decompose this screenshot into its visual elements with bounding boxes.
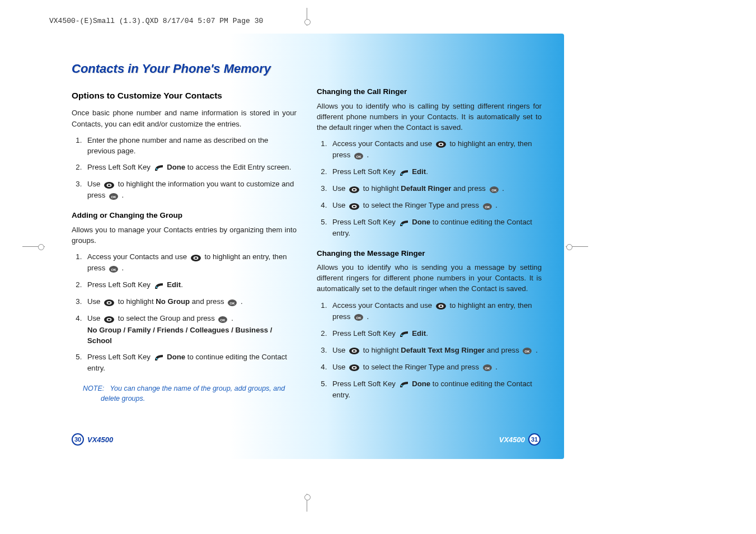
ok-key-icon: OK xyxy=(109,263,119,274)
svg-point-22 xyxy=(156,358,157,360)
svg-point-8 xyxy=(194,257,197,259)
svg-text:OK: OK xyxy=(525,350,530,353)
left-column: Options to Customize Your Contacts Once … xyxy=(72,86,297,406)
svg-text:OK: OK xyxy=(356,154,361,158)
list-item: Use to select the Group and press OK .No… xyxy=(84,313,297,345)
msg-ringer-intro: Allows you to identify who is sending yo… xyxy=(317,262,542,294)
ok-key-icon: OK xyxy=(354,312,364,322)
list-item: Press Left Soft Key Done to continue edi… xyxy=(84,352,297,373)
ok-key-icon: OK xyxy=(489,184,499,194)
svg-point-42 xyxy=(439,305,442,307)
page-footer: 30 VX4500 VX4500 31 xyxy=(72,433,541,446)
svg-point-48 xyxy=(353,350,356,352)
steps-list-group: Access your Contacts and use to highligh… xyxy=(72,251,297,373)
subheading-msg-ringer: Changing the Message Ringer xyxy=(317,248,542,259)
subheading-group: Adding or Changing the Group xyxy=(72,210,297,221)
list-item: Use to select the Ringer Type and press … xyxy=(329,362,542,373)
nav-key-icon xyxy=(104,297,115,307)
steps-list-options: Enter the phone number and name as descr… xyxy=(72,135,297,202)
svg-text:OK: OK xyxy=(356,316,361,320)
list-item: Enter the phone number and name as descr… xyxy=(84,135,297,156)
left-soft-key-icon xyxy=(399,167,409,177)
left-soft-key-icon xyxy=(399,379,409,390)
list-item: Press Left Soft Key Edit. xyxy=(84,279,297,291)
svg-point-28 xyxy=(401,173,402,175)
svg-point-14 xyxy=(108,302,111,303)
left-soft-key-icon xyxy=(399,329,409,339)
steps-list-msg-ringer: Access your Contacts and use to highligh… xyxy=(317,300,542,401)
crop-mark-top-icon xyxy=(307,8,307,26)
ok-key-icon: OK xyxy=(482,200,492,211)
svg-point-39 xyxy=(401,224,402,226)
footer-right: VX4500 31 xyxy=(499,433,541,446)
svg-text:OK: OK xyxy=(485,367,490,370)
model-label-right: VX4500 xyxy=(499,435,525,444)
page-title: Contacts in Your Phone's Memory xyxy=(72,62,542,76)
svg-text:OK: OK xyxy=(485,205,490,208)
print-slug: VX4500-(E)Small (1.3).QXD 8/17/04 5:07 P… xyxy=(49,17,263,25)
list-item: Press Left Soft Key Edit. xyxy=(329,166,542,177)
crop-mark-right-icon xyxy=(566,246,588,247)
footer-left: 30 VX4500 xyxy=(72,433,113,446)
list-item: Use to highlight the information you wan… xyxy=(84,179,297,201)
svg-point-45 xyxy=(401,335,402,336)
subheading-call-ringer: Changing the Call Ringer xyxy=(317,86,542,97)
nav-key-icon xyxy=(349,184,360,194)
nav-key-icon xyxy=(349,345,360,356)
svg-point-31 xyxy=(353,189,356,190)
svg-point-56 xyxy=(401,385,402,387)
nav-key-icon xyxy=(104,313,115,324)
ok-key-icon: OK xyxy=(482,362,492,373)
list-item: Press Left Soft Key Done to continue edi… xyxy=(329,378,542,400)
list-item: Press Left Soft Key Done to continue edi… xyxy=(329,217,542,238)
page-number-left: 30 xyxy=(72,433,84,446)
nav-key-icon xyxy=(349,362,360,373)
intro-paragraph: Once basic phone number and name informa… xyxy=(72,107,297,129)
group-intro: Allows you to manage your Contacts entri… xyxy=(72,224,297,246)
list-item: Access your Contacts and use to highligh… xyxy=(329,300,542,322)
ok-key-icon: OK xyxy=(227,297,237,307)
nav-key-icon xyxy=(349,200,360,211)
left-soft-key-icon xyxy=(154,162,164,173)
ok-key-icon: OK xyxy=(522,345,532,356)
svg-point-19 xyxy=(108,318,111,320)
list-item: Use to highlight Default Text Msg Ringer… xyxy=(329,345,542,356)
call-ringer-intro: Allows you to identify who is calling by… xyxy=(317,101,542,133)
svg-point-11 xyxy=(156,286,157,288)
crop-mark-bottom-icon xyxy=(307,494,307,512)
ok-key-icon: OK xyxy=(109,190,119,201)
list-item: Use to highlight No Group and press OK . xyxy=(84,296,297,307)
list-item: Press Left Soft Key Edit. xyxy=(329,328,542,339)
list-item: Use to highlight Default Ringer and pres… xyxy=(329,183,542,194)
svg-point-3 xyxy=(108,184,111,186)
svg-point-36 xyxy=(353,205,356,207)
nav-key-icon xyxy=(435,139,447,149)
list-item: Access your Contacts and use to highligh… xyxy=(329,138,542,161)
note-block: NOTE: You can change the name of the gro… xyxy=(90,379,297,405)
svg-text:OK: OK xyxy=(491,188,497,191)
right-column: Changing the Call Ringer Allows you to i… xyxy=(317,86,542,406)
svg-text:OK: OK xyxy=(111,195,116,198)
svg-text:OK: OK xyxy=(230,301,236,305)
left-soft-key-icon xyxy=(154,280,164,291)
list-item: Access your Contacts and use to highligh… xyxy=(84,251,297,274)
ok-key-icon: OK xyxy=(354,150,364,161)
svg-point-0 xyxy=(156,168,157,170)
crop-mark-left-icon xyxy=(22,246,45,247)
svg-point-53 xyxy=(353,367,356,369)
svg-point-25 xyxy=(439,144,442,146)
list-item: Use to select the Ringer Type and press … xyxy=(329,200,542,211)
page-spread: Contacts in Your Phone's Memory Options … xyxy=(49,34,564,459)
note-label: NOTE: xyxy=(83,385,104,392)
nav-key-icon xyxy=(435,301,447,311)
list-item: Press Left Soft Key Done to access the E… xyxy=(84,162,297,173)
nav-key-icon xyxy=(190,252,201,263)
note-text: You can change the name of the group, ad… xyxy=(101,385,285,402)
left-soft-key-icon xyxy=(399,217,409,228)
ok-key-icon: OK xyxy=(218,313,228,324)
svg-text:OK: OK xyxy=(220,318,226,321)
model-label-left: VX4500 xyxy=(87,435,113,444)
section-heading-options: Options to Customize Your Contacts xyxy=(72,90,297,102)
nav-key-icon xyxy=(104,179,115,190)
left-soft-key-icon xyxy=(154,352,164,363)
